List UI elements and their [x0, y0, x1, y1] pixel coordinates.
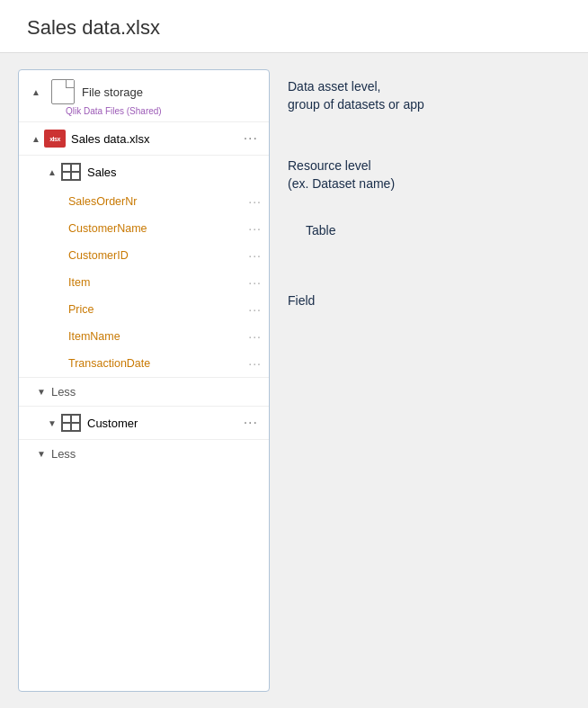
customer-table-label: Customer — [87, 417, 240, 430]
page-title: Sales data.xlsx — [27, 16, 561, 40]
field-itemname: ItemName — [68, 330, 248, 343]
table-grid-icon — [61, 163, 81, 181]
field-row: CustomerName ··· — [19, 215, 269, 242]
customername-menu[interactable]: ··· — [248, 221, 262, 236]
price-menu[interactable]: ··· — [248, 302, 262, 317]
less1-chevron: ▼ — [37, 387, 46, 397]
field-row: Price ··· — [19, 296, 269, 323]
field-item: Item — [68, 276, 248, 289]
resource-menu[interactable]: ··· — [240, 130, 262, 147]
field-row: ItemName ··· — [19, 323, 269, 350]
resource-label: Sales data.xlsx — [71, 132, 240, 146]
sales-table-row[interactable]: ▲ Sales — [19, 156, 269, 188]
less-row-2[interactable]: ▼ Less — [19, 439, 269, 468]
field-row: Item ··· — [19, 269, 269, 296]
file-storage-row[interactable]: ▲ File storage — [19, 70, 269, 106]
annotation-field: Field — [288, 292, 315, 310]
less1-label: Less — [51, 385, 76, 399]
file-icon — [51, 79, 75, 104]
customer-section: ▼ Customer ··· ▼ Less — [19, 407, 269, 468]
resource-section: ▲ xlsx Sales data.xlsx ··· — [19, 122, 269, 156]
file-storage-label: File storage — [82, 85, 143, 99]
annotations-area: Data asset level, group of datasets or a… — [279, 69, 570, 692]
annotation-table: Table — [306, 222, 335, 240]
file-storage-sublabel: Qlik Data Files (Shared) — [19, 106, 269, 121]
item-menu[interactable]: ··· — [248, 275, 262, 290]
field-transactiondate: TransactionDate — [68, 357, 248, 370]
field-row: CustomerID ··· — [19, 242, 269, 269]
field-row: SalesOrderNr ··· — [19, 188, 269, 215]
sales-chevron[interactable]: ▲ — [44, 167, 60, 177]
table-icon — [60, 161, 82, 183]
page-header: Sales data.xlsx — [0, 0, 588, 53]
file-storage-section: ▲ File storage Qlik Data Files (Shared) — [19, 70, 269, 122]
sales-table-section: ▲ Sales SalesOrderNr ··· CustomerName — [19, 156, 269, 407]
customer-menu[interactable]: ··· — [240, 415, 262, 431]
customer-table-row[interactable]: ▼ Customer ··· — [19, 407, 269, 439]
customer-table-grid-icon — [61, 414, 81, 432]
file-storage-chevron[interactable]: ▲ — [28, 87, 44, 97]
resource-chevron[interactable]: ▲ — [28, 134, 44, 144]
field-row: TransactionDate ··· — [19, 350, 269, 377]
field-salesordernr: SalesOrderNr — [68, 195, 248, 208]
file-storage-info: File storage — [82, 85, 143, 99]
customerid-menu[interactable]: ··· — [248, 248, 262, 263]
annotation-data-asset: Data asset level, group of datasets or a… — [288, 78, 424, 113]
field-price: Price — [68, 303, 248, 316]
field-customerid: CustomerID — [68, 249, 248, 262]
customer-chevron[interactable]: ▼ — [44, 418, 60, 428]
sales-table-label: Sales — [87, 166, 262, 179]
xlsx-badge: xlsx — [44, 130, 66, 148]
main-content: ▲ File storage Qlik Data Files (Shared) … — [0, 53, 588, 708]
annotation-resource: Resource level (ex. Dataset name) — [288, 157, 395, 193]
salesordernr-menu[interactable]: ··· — [248, 194, 262, 209]
less-row-1[interactable]: ▼ Less — [19, 377, 269, 406]
field-customername: CustomerName — [68, 222, 248, 235]
less2-label: Less — [51, 447, 76, 461]
customer-table-icon — [60, 412, 82, 434]
resource-row[interactable]: ▲ xlsx Sales data.xlsx ··· — [19, 122, 269, 155]
itemname-menu[interactable]: ··· — [248, 329, 262, 344]
tree-panel: ▲ File storage Qlik Data Files (Shared) … — [18, 69, 270, 692]
xlsx-icon: xlsx — [44, 128, 66, 149]
transactiondate-menu[interactable]: ··· — [248, 356, 262, 371]
less2-chevron: ▼ — [37, 449, 46, 459]
